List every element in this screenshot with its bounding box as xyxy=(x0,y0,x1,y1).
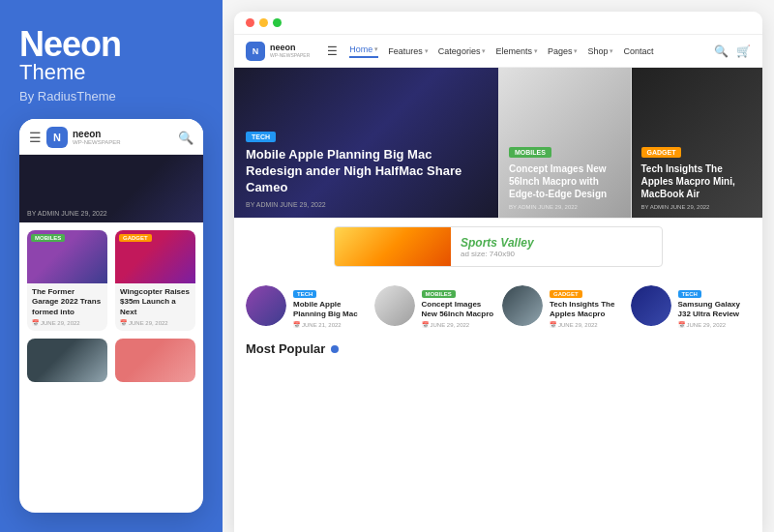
brand-subtitle: Theme xyxy=(19,62,203,83)
mobile-bottom-cards xyxy=(19,339,203,390)
search-icon[interactable]: 🔍 xyxy=(714,44,729,58)
nav-item-features[interactable]: Features ▾ xyxy=(388,46,429,56)
article-image xyxy=(27,339,107,382)
calendar-icon: 📅 xyxy=(422,321,429,328)
article-thumbnail xyxy=(374,285,415,326)
chevron-down-icon: ▾ xyxy=(610,47,613,55)
brand-by: By RadiusTheme xyxy=(19,89,203,103)
article-date: 📅 JUNE 21, 2022 xyxy=(293,321,367,328)
article-date: 📅 JUNE 29, 2022 xyxy=(115,319,195,331)
hero-side-article-1[interactable]: MOBILES Concept Images New 56Inch Macpro… xyxy=(498,68,631,218)
desktop-top-bar xyxy=(234,12,762,35)
article-title: The Former Garage 2022 Trans formed into xyxy=(27,283,107,319)
article-thumbnail xyxy=(502,285,543,326)
mobile-hamburger-icon[interactable]: ☰ xyxy=(29,130,42,145)
article-date: 📅 JUNE 29, 2022 xyxy=(678,321,752,328)
article-title: Samsung Galaxy J32 Ultra Review xyxy=(678,300,752,319)
ad-banner: Sports Valley ad size: 740x90 xyxy=(234,218,762,275)
list-item[interactable]: GADGET Wingcopter Raises $35m Launch a N… xyxy=(115,230,195,331)
chevron-down-icon: ▾ xyxy=(534,47,538,55)
article-title: Mobile Apple Planning Big Mac xyxy=(293,300,367,319)
nav-item-home[interactable]: Home ▾ xyxy=(349,44,378,58)
nav-item-contact[interactable]: Contact xyxy=(623,46,653,56)
article-title: Concept Images New 56Inch Macpro xyxy=(422,300,495,319)
most-popular-title: Most Popular xyxy=(246,341,325,356)
mobile-articles-row: MOBILES The Former Garage 2022 Trans for… xyxy=(19,222,203,339)
calendar-icon: 📅 xyxy=(120,319,127,326)
article-date: 📅 JUNE 29, 2022 xyxy=(550,321,623,328)
nav-logo-icon: N xyxy=(246,42,265,61)
ad-size: ad size: 740x90 xyxy=(461,250,652,258)
status-badge: MOBILES xyxy=(509,147,551,158)
list-item[interactable]: GADGET Tech Insights The Apples Macpro 📅… xyxy=(502,282,623,328)
article-info: MOBILES Concept Images New 56Inch Macpro… xyxy=(422,282,495,328)
status-badge: MOBILES xyxy=(31,234,65,242)
mobile-top-bar: ☰ N neeon WP-NEWSPAPER 🔍 xyxy=(19,119,203,155)
mobile-search-icon[interactable]: 🔍 xyxy=(178,131,194,145)
most-popular-dot xyxy=(331,345,339,353)
status-badge: GADGET xyxy=(641,147,682,158)
article-title: Wingcopter Raises $35m Launch a Next xyxy=(115,283,195,319)
calendar-icon: 📅 xyxy=(32,319,39,326)
nav-logo-text-area: neeon WP-NEWSPAPER xyxy=(270,44,310,58)
list-item[interactable]: MOBILES The Former Garage 2022 Trans for… xyxy=(27,230,107,331)
ad-text-area: Sports Valley ad size: 740x90 xyxy=(451,230,662,264)
chevron-down-icon: ▾ xyxy=(425,47,429,55)
nav-hamburger-icon[interactable]: ☰ xyxy=(327,44,338,58)
article-image xyxy=(115,339,195,382)
chevron-down-icon: ▾ xyxy=(374,45,378,53)
hero-side2-meta: BY ADMIN JUNE 29, 2022 xyxy=(641,204,754,210)
mobile-logo-area: N neeon WP-NEWSPAPER xyxy=(46,127,121,148)
article-info: GADGET Tech Insights The Apples Macpro 📅… xyxy=(550,282,623,328)
status-badge: TECH xyxy=(678,290,701,298)
ad-inner[interactable]: Sports Valley ad size: 740x90 xyxy=(334,226,663,267)
nav-item-elements[interactable]: Elements ▾ xyxy=(495,46,538,56)
nav-item-categories[interactable]: Categories ▾ xyxy=(438,46,487,56)
calendar-icon: 📅 xyxy=(678,321,685,328)
nav-item-shop[interactable]: Shop ▾ xyxy=(587,46,613,56)
hero-main-title: Mobile Apple Planning Big Mac Redesign a… xyxy=(246,147,487,196)
article-date: 📅 JUNE 29, 2022 xyxy=(422,321,495,328)
mobile-logo-text: neeon WP-NEWSPAPER xyxy=(73,130,121,145)
article-info: TECH Mobile Apple Planning Big Mac 📅 JUN… xyxy=(293,282,367,328)
status-badge: MOBILES xyxy=(422,290,456,298)
status-badge: TECH xyxy=(293,290,316,298)
most-popular-section: Most Popular xyxy=(234,336,762,362)
article-thumbnail xyxy=(631,285,671,326)
desktop-navbar: N neeon WP-NEWSPAPER ☰ Home ▾ Features ▾… xyxy=(234,35,762,68)
hero-side-article-2[interactable]: GADGET Tech Insights The Apples Macpro M… xyxy=(631,68,763,218)
article-info: TECH Samsung Galaxy J32 Ultra Review 📅 J… xyxy=(678,282,752,328)
brand-section: Neeon Theme By RadiusTheme xyxy=(19,27,203,103)
chevron-down-icon: ▾ xyxy=(574,47,578,55)
desktop-mockup: N neeon WP-NEWSPAPER ☰ Home ▾ Features ▾… xyxy=(234,12,762,532)
article-title: Tech Insights The Apples Macpro xyxy=(550,300,623,319)
article-thumbnail xyxy=(246,285,286,326)
close-dot xyxy=(246,18,254,27)
list-item[interactable]: MOBILES Concept Images New 56Inch Macpro… xyxy=(374,282,495,328)
nav-menu: Home ▾ Features ▾ Categories ▾ Elements … xyxy=(349,44,702,58)
calendar-icon: 📅 xyxy=(550,321,556,328)
hero-main-article[interactable]: TECH Mobile Apple Planning Big Mac Redes… xyxy=(234,68,498,218)
list-item[interactable] xyxy=(27,339,107,382)
mobile-mockup: ☰ N neeon WP-NEWSPAPER 🔍 BY ADMIN JUNE 2… xyxy=(19,119,203,513)
hero-side1-title: Concept Images New 56Inch Macpro with Ed… xyxy=(509,163,621,200)
thumb-image xyxy=(374,285,415,326)
hero-main-meta: BY ADMIN JUNE 29, 2022 xyxy=(246,201,487,208)
status-badge: GADGET xyxy=(119,234,152,242)
list-item[interactable]: TECH Samsung Galaxy J32 Ultra Review 📅 J… xyxy=(631,282,752,328)
list-item[interactable] xyxy=(115,339,195,382)
ad-image xyxy=(335,227,451,266)
list-item[interactable]: TECH Mobile Apple Planning Big Mac 📅 JUN… xyxy=(246,282,367,328)
right-panel: N neeon WP-NEWSPAPER ☰ Home ▾ Features ▾… xyxy=(223,0,774,532)
nav-item-pages[interactable]: Pages ▾ xyxy=(548,46,579,56)
hero-side1-meta: BY ADMIN JUNE 29, 2022 xyxy=(509,204,621,210)
brand-name: Neeon xyxy=(19,27,203,62)
cart-icon[interactable]: 🛒 xyxy=(736,44,751,58)
hero-side2-title: Tech Insights The Apples Macpro Mini, Ma… xyxy=(641,163,754,200)
left-panel: Neeon Theme By RadiusTheme ☰ N neeon WP-… xyxy=(0,0,223,532)
status-badge: TECH xyxy=(246,132,276,142)
desktop-hero: TECH Mobile Apple Planning Big Mac Redes… xyxy=(234,68,762,218)
calendar-icon: 📅 xyxy=(293,321,300,328)
chevron-down-icon: ▾ xyxy=(482,47,486,55)
maximize-dot xyxy=(273,18,282,27)
